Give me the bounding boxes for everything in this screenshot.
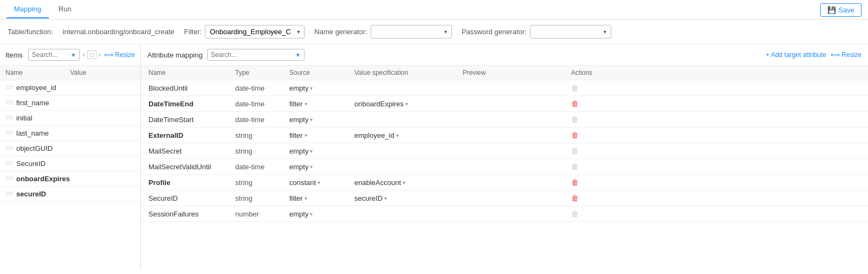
mapping-panel-title: Attribute mapping <box>147 51 203 59</box>
attr-table: Name Type Source Value specification Pre… <box>141 66 868 270</box>
name-generator-select[interactable] <box>371 25 452 39</box>
source-dropdown-arrow[interactable]: ▾ <box>310 211 313 217</box>
attr-table-row[interactable]: MailSecretValidUntil date-time empty ▾ 🗑 <box>141 159 868 175</box>
drag-handle-icon: ⠿⠿ <box>5 145 13 151</box>
table-row[interactable]: ⠿⠿ last_name <box>0 126 140 141</box>
attr-type: string <box>233 179 287 187</box>
table-function-value: internal.onboarding/onboard_create <box>63 28 174 36</box>
source-dropdown-arrow[interactable]: ▾ <box>310 148 313 154</box>
delete-row-icon[interactable]: 🗑 <box>571 178 579 187</box>
source-dropdown-arrow[interactable]: ▾ <box>305 195 307 201</box>
source-dropdown-arrow[interactable]: ▾ <box>310 85 313 91</box>
table-row[interactable]: ⠿⠿ employee_id <box>0 80 140 95</box>
name-generator-group: Name generator: <box>314 25 452 39</box>
filter-group: Filter: Onboarding_Employee_C <box>184 25 305 39</box>
delete-row-icon[interactable]: 🗑 <box>571 209 579 218</box>
password-generator-select-wrapper <box>530 25 611 39</box>
attr-table-row[interactable]: DateTimeStart date-time empty ▾ 🗑 <box>141 112 868 128</box>
attr-col-type-header: Type <box>233 69 287 77</box>
value-dropdown-arrow[interactable]: ▾ <box>384 195 387 201</box>
filter-label: Filter: <box>184 28 202 36</box>
drag-handle-icon: ⠿⠿ <box>5 161 13 167</box>
attr-type: date-time <box>233 100 287 108</box>
attr-table-row[interactable]: SessionFailures number empty ▾ 🗑 <box>141 206 868 222</box>
attr-name: MailSecret <box>146 147 233 155</box>
attr-actions: 🗑 <box>569 115 863 124</box>
mapping-panel: Attribute mapping ▼ + Add target attribu… <box>141 44 868 270</box>
add-target-attribute-button[interactable]: + Add target attribute <box>766 51 826 59</box>
source-dropdown-arrow[interactable]: ▾ <box>318 180 320 186</box>
attr-name: DateTimeEnd <box>146 100 233 108</box>
items-search-input[interactable] <box>32 51 71 59</box>
source-dropdown-arrow[interactable]: ▾ <box>305 132 307 138</box>
nav-prev[interactable]: ‹ <box>83 51 85 59</box>
nav-next[interactable]: › <box>99 51 101 59</box>
value-dropdown-arrow[interactable]: ▾ <box>403 180 405 186</box>
items-panel-header: Items ▼ ‹ □ › ⟺ Resize <box>0 44 140 66</box>
attr-table-row[interactable]: DateTimeEnd date-time filter ▾ onboardEx… <box>141 96 868 112</box>
password-generator-select[interactable] <box>530 25 611 39</box>
row-name: first_name <box>16 99 76 107</box>
attr-col-actions-header: Actions <box>569 69 863 77</box>
attr-table-row[interactable]: BlockedUntil date-time empty ▾ 🗑 <box>141 80 868 96</box>
source-dropdown-arrow[interactable]: ▾ <box>305 101 307 107</box>
mapping-resize-btn[interactable]: ⟺ Resize <box>831 51 861 59</box>
attr-table-row[interactable]: SecureID string filter ▾ secureID ▾ 🗑 <box>141 190 868 206</box>
top-tab-bar: Mapping Run 💾 Save <box>0 0 868 20</box>
attr-source: empty ▾ <box>287 116 352 124</box>
table-row[interactable]: ⠿⠿ SecureID <box>0 156 140 171</box>
attr-name: BlockedUntil <box>146 84 233 92</box>
mapping-search-dropdown[interactable]: ▼ <box>295 52 301 58</box>
attr-table-row[interactable]: ExternalID string filter ▾ employee_id ▾… <box>141 128 868 143</box>
delete-row-icon[interactable]: 🗑 <box>571 162 579 171</box>
attr-source: filter ▾ <box>287 131 352 139</box>
mapping-panel-header: Attribute mapping ▼ + Add target attribu… <box>141 44 868 66</box>
table-row[interactable]: ⠿⠿ onboardExpires <box>0 171 140 187</box>
attr-type: string <box>233 131 287 139</box>
mapping-search-input[interactable] <box>211 51 295 59</box>
filter-select[interactable]: Onboarding_Employee_C <box>205 25 305 39</box>
attr-actions: 🗑 <box>569 131 863 139</box>
items-search-dropdown[interactable]: ▼ <box>70 52 76 58</box>
delete-row-icon[interactable]: 🗑 <box>571 84 579 92</box>
drag-handle-icon: ⠿⠿ <box>5 191 13 197</box>
attr-col-preview-header: Preview <box>461 69 569 77</box>
table-row[interactable]: ⠿⠿ secureID <box>0 187 140 202</box>
table-row[interactable]: ⠿⠿ objectGUID <box>0 141 140 156</box>
attr-source: empty ▾ <box>287 147 352 155</box>
delete-row-icon[interactable]: 🗑 <box>571 146 579 155</box>
save-button[interactable]: 💾 Save <box>820 3 861 17</box>
attr-table-row[interactable]: Profile string constant ▾ enableAccount … <box>141 175 868 190</box>
value-dropdown-arrow[interactable]: ▾ <box>396 132 399 138</box>
items-panel-title: Items <box>5 51 23 59</box>
items-search-box[interactable]: ▼ <box>28 49 80 61</box>
source-dropdown-arrow[interactable]: ▾ <box>310 117 313 123</box>
main-content: Items ▼ ‹ □ › ⟺ Resize Name Value ⠿⠿ emp… <box>0 44 868 270</box>
attr-name: DateTimeStart <box>146 116 233 124</box>
source-dropdown-arrow[interactable]: ▾ <box>310 164 313 170</box>
attr-type: date-time <box>233 163 287 171</box>
attr-table-header: Name Type Source Value specification Pre… <box>141 66 868 80</box>
table-row[interactable]: ⠿⠿ initial <box>0 111 140 126</box>
delete-row-icon[interactable]: 🗑 <box>571 115 579 124</box>
attr-value: enableAccount ▾ <box>352 179 461 187</box>
items-resize-btn[interactable]: ⟺ Resize <box>104 51 135 59</box>
row-name: objectGUID <box>16 144 76 152</box>
value-dropdown-arrow[interactable]: ▾ <box>405 101 408 107</box>
row-name: last_name <box>16 129 76 137</box>
name-generator-label: Name generator: <box>314 28 367 36</box>
tab-mapping[interactable]: Mapping <box>7 1 49 18</box>
tab-run[interactable]: Run <box>51 1 79 18</box>
attr-actions: 🗑 <box>569 84 863 92</box>
attr-name: Profile <box>146 179 233 187</box>
delete-row-icon[interactable]: 🗑 <box>571 194 579 202</box>
row-name: secureID <box>16 190 76 198</box>
mapping-search-box[interactable]: ▼ <box>207 49 305 61</box>
attr-table-row[interactable]: MailSecret string empty ▾ 🗑 <box>141 143 868 159</box>
drag-handle-icon: ⠿⠿ <box>5 176 13 182</box>
table-row[interactable]: ⠿⠿ first_name <box>0 95 140 111</box>
delete-row-icon[interactable]: 🗑 <box>571 131 579 139</box>
items-col-name: Name <box>5 69 70 77</box>
delete-row-icon[interactable]: 🗑 <box>571 99 579 108</box>
name-generator-select-wrapper <box>371 25 452 39</box>
